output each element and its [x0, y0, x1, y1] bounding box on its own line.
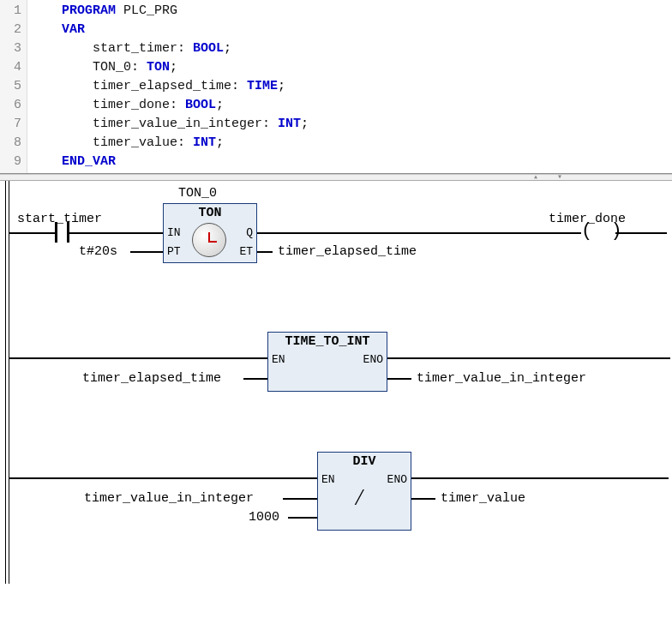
div-in1: timer_value_in_integer	[84, 491, 254, 506]
coil-label: timer_done	[549, 212, 626, 226]
tti-output: timer_value_in_integer	[417, 371, 586, 386]
ladder-diagram[interactable]: TON_0 TON IN Q PT ET start_timer t#20s (…	[0, 181, 672, 584]
ton-title: TON	[164, 204, 256, 222]
div-block[interactable]: DIV EN ENO /	[317, 452, 411, 531]
div-title: DIV	[318, 453, 411, 471]
ton-pin-in: IN	[167, 226, 181, 239]
div-in2: 1000	[249, 510, 279, 525]
ton-pin-et: ET	[239, 245, 253, 258]
div-pin-en: EN	[321, 473, 335, 486]
div-output: timer_value	[441, 491, 525, 506]
tti-pin-eno: ENO	[363, 353, 383, 366]
line-gutter: 1 2 3 4 5 6 7 8 9	[0, 0, 27, 173]
ton-block[interactable]: TON IN Q PT ET	[163, 203, 257, 263]
tti-title: TIME_TO_INT	[268, 333, 387, 351]
power-rail	[5, 181, 6, 584]
divide-icon: /	[356, 483, 363, 511]
ton-instance-label: TON_0	[178, 186, 217, 201]
code-editor[interactable]: 1 2 3 4 5 6 7 8 9 PROGRAM PLC_PRG VAR st…	[0, 0, 672, 174]
et-output: timer_elapsed_time	[278, 244, 417, 259]
tti-pin-en: EN	[272, 353, 285, 366]
clock-icon	[192, 223, 226, 257]
splitter[interactable]	[0, 174, 672, 181]
pt-value: t#20s	[79, 244, 117, 259]
ton-pin-pt: PT	[167, 245, 181, 258]
tti-input: timer_elapsed_time	[82, 371, 221, 386]
contact-label: start_timer	[17, 212, 102, 226]
power-rail-2	[9, 181, 9, 584]
div-pin-eno: ENO	[387, 473, 407, 486]
ton-pin-q: Q	[246, 226, 253, 239]
code-area[interactable]: PROGRAM PLC_PRG VAR start_timer: BOOL; T…	[27, 0, 672, 173]
time-to-int-block[interactable]: TIME_TO_INT EN ENO	[267, 332, 387, 392]
